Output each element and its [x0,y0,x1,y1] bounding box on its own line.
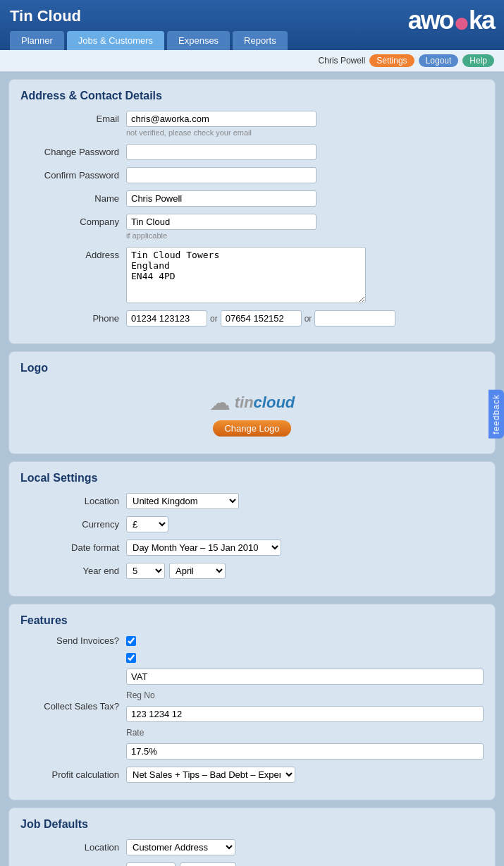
change-password-label: Change Password [20,144,126,157]
location-label: Location [20,493,126,506]
profit-calc-row: Profit calculation Net Sales + Tips – Ba… [20,767,484,783]
reg-no-label: Reg No [126,690,155,700]
job-location-label: Location [20,839,126,853]
send-invoices-label: Send Invoices? [20,635,126,646]
job-location-select[interactable]: Customer Address My Address Other [126,839,235,855]
company-hint: if applicable [126,231,484,240]
collect-tax-row: Collect Sales Tax? Reg No Rate [20,653,484,760]
settings-button[interactable]: Settings [369,54,414,67]
phone-row: Phone or or [20,310,484,327]
send-invoices-row: Send Invoices? [20,635,484,646]
logo-brand-text: tincloud [235,394,295,412]
change-password-row: Change Password [20,144,484,160]
year-end-num-select[interactable]: 1234 567 [126,563,165,579]
address-section: Address & Contact Details Email not veri… [8,79,496,344]
date-format-row: Date format Day Month Year – 15 Jan 2010… [20,539,484,556]
profit-calc-select[interactable]: Net Sales + Tips – Bad Debt – Expenses N… [126,767,295,783]
logo-display: ☁ tincloud [209,390,295,415]
help-button[interactable]: Help [462,54,494,67]
job-defaults-section: Job Defaults Location Customer Address M… [8,807,496,866]
address-section-title: Address & Contact Details [20,90,484,102]
rate-input[interactable] [126,743,484,760]
phone-label: Phone [20,310,126,324]
app-title: Tin Cloud [10,7,81,25]
confirm-password-row: Confirm Password [20,167,484,183]
main-content: Address & Contact Details Email not veri… [0,72,504,866]
local-settings-section: Local Settings Location United Kingdom U… [8,461,496,597]
phone-sep-1: or [210,314,218,324]
currency-row: Currency £ $ € [20,516,484,532]
phone-inputs: or or [126,310,484,327]
change-password-input[interactable] [126,144,316,160]
confirm-password-input[interactable] [126,167,316,183]
tab-expenses[interactable]: Expenses [167,31,230,50]
email-row: Email not verified, please check your em… [20,111,484,137]
time-required-row: Time required 15 mins 30 mins 45 mins 1 … [20,862,484,866]
location-row: Location United Kingdom United States Au… [20,493,484,509]
time-required-select-2[interactable]: 15 mins 30 mins 45 mins 1 hour [180,862,236,866]
address-label: Address [20,247,126,260]
time-required-select-1[interactable] [126,862,176,866]
tab-planner[interactable]: Planner [10,31,64,50]
year-end-month-select[interactable]: JanuaryFebruaryMarch AprilMayJune JulyAu… [169,563,226,579]
collect-tax-label: Collect Sales Tax? [20,701,126,712]
send-invoices-checkbox[interactable] [126,636,136,646]
location-select[interactable]: United Kingdom United States Australia C… [126,493,239,509]
user-name: Chris Powell [319,56,366,66]
name-row: Name [20,190,484,207]
year-end-label: Year end [20,563,126,576]
date-format-label: Date format [20,539,126,553]
phone-sep-2: or [305,314,312,324]
change-logo-button[interactable]: Change Logo [213,420,290,437]
email-control: not verified, please check your email [126,111,484,137]
reg-no-input[interactable] [126,706,484,722]
confirm-password-label: Confirm Password [20,167,126,181]
tab-jobs-customers[interactable]: Jobs & Customers [67,31,164,50]
logo-section: Logo ☁ tincloud Change Logo [8,351,496,454]
features-section: Features Send Invoices? Collect Sales Ta… [8,604,496,800]
user-bar: Chris Powell Settings Logout Help [0,50,504,72]
email-label: Email [20,111,126,124]
features-title: Features [20,614,484,627]
address-textarea[interactable] [126,247,366,303]
local-settings-title: Local Settings [20,472,484,484]
time-required-controls: 15 mins 30 mins 45 mins 1 hour [126,862,484,866]
year-end-row: Year end 1234 567 JanuaryFebruaryMarch A… [20,563,484,579]
rate-label: Rate [126,728,144,738]
logout-button[interactable]: Logout [419,54,459,67]
email-input[interactable] [126,111,316,127]
feedback-tab[interactable]: feedback [488,390,504,439]
time-required-label: Time required [20,862,126,866]
vat-name-input[interactable] [126,669,484,685]
tab-reports[interactable]: Reports [233,31,288,50]
cloud-icon: ☁ [209,390,231,415]
phone-input-1[interactable] [126,310,207,327]
phone-input-2[interactable] [221,310,302,327]
date-format-select[interactable]: Day Month Year – 15 Jan 2010 Month Day Y… [126,539,281,556]
company-row: Company if applicable [20,214,484,240]
currency-label: Currency [20,516,126,530]
header: Tin Cloud awo●ka Planner Jobs & Customer… [0,0,504,50]
email-hint: not verified, please check your email [126,128,484,137]
profit-label: Profit calculation [20,769,126,780]
company-input[interactable] [126,214,316,230]
job-defaults-title: Job Defaults [20,818,484,831]
job-location-row: Location Customer Address My Address Oth… [20,839,484,855]
logo-display-area: ☁ tincloud Change Logo [20,383,484,444]
logo-section-title: Logo [20,362,484,374]
company-label: Company [20,214,126,227]
phone-input-3[interactable] [314,310,395,327]
collect-tax-checkbox[interactable] [126,653,136,663]
name-label: Name [20,190,126,204]
address-row: Address [20,247,484,303]
name-input[interactable] [126,190,316,207]
currency-select[interactable]: £ $ € [126,516,168,532]
app-logo: awo●ka [408,6,494,38]
